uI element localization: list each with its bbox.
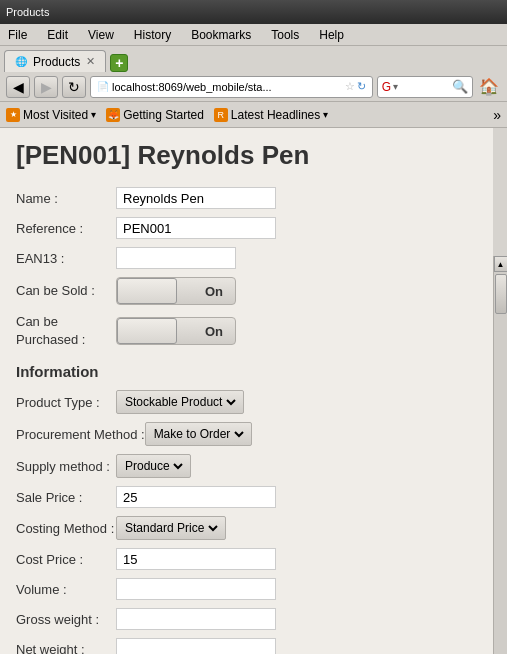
net-weight-row: Net weight : (16, 638, 477, 654)
gross-weight-row: Gross weight : (16, 608, 477, 630)
headlines-arrow: ▾ (323, 109, 328, 120)
menu-file[interactable]: File (4, 26, 31, 44)
sale-price-label: Sale Price : (16, 490, 116, 505)
volume-row: Volume : (16, 578, 477, 600)
procurement-label: Procurement Method : (16, 427, 145, 442)
product-type-row: Product Type : Stockable Product Consuma… (16, 390, 477, 414)
page-title: [PEN001] Reynolds Pen (16, 140, 477, 171)
home-button[interactable]: 🏠 (477, 76, 501, 98)
name-label: Name : (16, 191, 116, 206)
gross-weight-label: Gross weight : (16, 612, 116, 627)
most-visited-icon: ★ (6, 108, 20, 122)
sale-price-input[interactable] (116, 486, 276, 508)
new-tab-button[interactable]: + (110, 54, 128, 72)
scrollbar: ▲ ▼ (493, 256, 507, 654)
title-bar: Products (0, 0, 507, 24)
cost-price-row: Cost Price : (16, 548, 477, 570)
name-row: Name : (16, 187, 477, 209)
window-title: Products (6, 6, 49, 18)
bookmark-most-visited[interactable]: ★ Most Visited ▾ (6, 108, 96, 122)
toggle-knob-sold (117, 278, 177, 304)
volume-label: Volume : (16, 582, 116, 597)
menu-edit[interactable]: Edit (43, 26, 72, 44)
supply-dropdown[interactable]: Produce Buy (121, 458, 186, 474)
address-input-container: 📄 ☆ ↻ (90, 76, 373, 98)
tab-label: Products (33, 55, 80, 69)
net-weight-input[interactable] (116, 638, 276, 654)
procurement-select[interactable]: Make to Order Buy (145, 422, 252, 446)
product-type-dropdown[interactable]: Stockable Product Consumable Service (121, 394, 239, 410)
menu-bookmarks[interactable]: Bookmarks (187, 26, 255, 44)
costing-label: Costing Method : (16, 521, 116, 536)
net-weight-label: Net weight : (16, 642, 116, 654)
supply-label: Supply method : (16, 459, 116, 474)
can-be-purchased-value: On (205, 324, 223, 339)
volume-input[interactable] (116, 578, 276, 600)
scroll-thumb[interactable] (495, 274, 507, 314)
sale-price-row: Sale Price : (16, 486, 477, 508)
menu-help[interactable]: Help (315, 26, 348, 44)
procurement-row: Procurement Method : Make to Order Buy (16, 422, 477, 446)
supply-row: Supply method : Produce Buy (16, 454, 477, 478)
can-be-purchased-toggle[interactable]: On (116, 317, 236, 345)
main-content: [PEN001] Reynolds Pen Name : Reference :… (0, 128, 493, 654)
getting-started-label: Getting Started (123, 108, 204, 122)
ean13-label: EAN13 : (16, 251, 116, 266)
product-type-label: Product Type : (16, 395, 116, 410)
ean13-input[interactable] (116, 247, 236, 269)
reference-label: Reference : (16, 221, 116, 236)
costing-select[interactable]: Standard Price Average Price Real Price (116, 516, 226, 540)
menu-history[interactable]: History (130, 26, 175, 44)
refresh-icon[interactable]: ↻ (357, 80, 366, 93)
address-input[interactable] (112, 81, 343, 93)
information-header: Information (16, 363, 477, 380)
reload-button[interactable]: ↻ (62, 76, 86, 98)
cost-price-label: Cost Price : (16, 552, 116, 567)
back-button[interactable]: ◀ (6, 76, 30, 98)
search-icon[interactable]: 🔍 (452, 79, 468, 94)
menu-view[interactable]: View (84, 26, 118, 44)
search-bar: G ▾ 🔍 (377, 76, 473, 98)
google-icon: G (382, 80, 391, 94)
forward-button[interactable]: ▶ (34, 76, 58, 98)
search-dropdown-icon[interactable]: ▾ (393, 81, 398, 92)
can-be-purchased-label: Can be Purchased : (16, 313, 116, 349)
scroll-up-button[interactable]: ▲ (494, 256, 508, 272)
bookmarks-bar: ★ Most Visited ▾ 🦊 Getting Started R Lat… (0, 102, 507, 128)
tab-close-icon[interactable]: ✕ (86, 55, 95, 68)
costing-dropdown[interactable]: Standard Price Average Price Real Price (121, 520, 221, 536)
cost-price-input[interactable] (116, 548, 276, 570)
reference-input[interactable] (116, 217, 276, 239)
gross-weight-input[interactable] (116, 608, 276, 630)
bookmark-getting-started[interactable]: 🦊 Getting Started (106, 108, 204, 122)
getting-started-icon: 🦊 (106, 108, 120, 122)
can-be-sold-value: On (205, 284, 223, 299)
most-visited-arrow: ▾ (91, 109, 96, 120)
bookmark-latest-headlines[interactable]: R Latest Headlines ▾ (214, 108, 328, 122)
bookmarks-extend-button[interactable]: » (493, 107, 501, 123)
menu-bar: File Edit View History Bookmarks Tools H… (0, 24, 507, 46)
tab-bar: 🌐 Products ✕ + (0, 46, 507, 72)
rss-icon: R (214, 108, 228, 122)
name-input[interactable] (116, 187, 276, 209)
can-be-sold-row: Can be Sold : On (16, 277, 477, 305)
ssl-icon: 📄 (97, 81, 109, 92)
bookmark-star-icon[interactable]: ☆ (345, 80, 355, 93)
toggle-knob-purchased (117, 318, 177, 344)
menu-tools[interactable]: Tools (267, 26, 303, 44)
latest-headlines-label: Latest Headlines (231, 108, 320, 122)
can-be-sold-label: Can be Sold : (16, 282, 116, 300)
can-be-sold-toggle[interactable]: On (116, 277, 236, 305)
search-input[interactable] (400, 81, 450, 93)
scroll-track (494, 272, 508, 654)
supply-select[interactable]: Produce Buy (116, 454, 191, 478)
ean13-row: EAN13 : (16, 247, 477, 269)
product-type-select[interactable]: Stockable Product Consumable Service (116, 390, 244, 414)
most-visited-label: Most Visited (23, 108, 88, 122)
address-bar: ◀ ▶ ↻ 📄 ☆ ↻ G ▾ 🔍 🏠 (0, 72, 507, 102)
tab-products[interactable]: 🌐 Products ✕ (4, 50, 106, 72)
can-be-purchased-row: Can be Purchased : On (16, 313, 477, 349)
procurement-dropdown[interactable]: Make to Order Buy (150, 426, 247, 442)
costing-row: Costing Method : Standard Price Average … (16, 516, 477, 540)
reference-row: Reference : (16, 217, 477, 239)
